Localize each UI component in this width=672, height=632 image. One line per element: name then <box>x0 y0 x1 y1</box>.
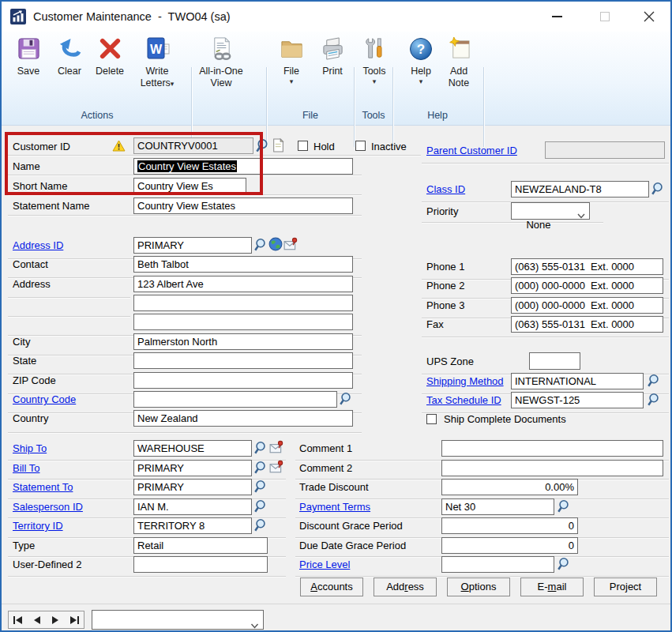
ship-to-lookup-icon[interactable] <box>253 441 268 455</box>
sort-by-dropdown[interactable]: by Customer ID <box>92 610 264 630</box>
address-line2-field[interactable] <box>133 295 353 311</box>
first-record-button[interactable] <box>11 614 25 626</box>
address-line1-field[interactable]: 123 Albert Ave <box>133 276 353 292</box>
short-name-field[interactable]: Country View Es <box>133 178 246 194</box>
dropdown-arrow-icon: ▾ <box>274 77 309 85</box>
comment1-field[interactable] <box>441 440 663 457</box>
ship-to-letter-icon[interactable] <box>269 440 283 454</box>
due-date-grace-field[interactable]: 0 <box>441 537 578 554</box>
ship-to-field[interactable]: WAREHOUSE <box>133 440 252 457</box>
customer-note-icon[interactable] <box>272 138 285 152</box>
phone3-field[interactable]: (000) 000-0000 Ext. 0000 <box>511 297 663 314</box>
add-note-button[interactable]: AddNote <box>440 36 478 89</box>
parent-customer-id-link[interactable]: Parent Customer ID <box>426 145 517 156</box>
country-code-lookup-icon[interactable] <box>339 392 353 406</box>
customer-id-lookup-icon[interactable] <box>255 138 270 153</box>
tax-schedule-id-field[interactable]: NEWGST-125 <box>511 392 644 408</box>
class-id-link[interactable]: Class ID <box>426 183 465 195</box>
salesperson-lookup-icon[interactable] <box>253 499 268 514</box>
class-id-lookup-icon[interactable] <box>651 182 665 196</box>
delete-button[interactable]: Delete <box>90 36 130 77</box>
ship-complete-documents-checkbox[interactable] <box>426 414 437 424</box>
bill-to-link[interactable]: Bill To <box>13 462 39 474</box>
zip-code-field[interactable] <box>133 372 353 389</box>
customer-id-field[interactable]: COUNTRYV0001 <box>133 137 253 154</box>
help-menu-button[interactable]: ? Help ▾ <box>404 36 438 85</box>
ups-zone-field[interactable] <box>529 352 580 370</box>
name-field[interactable]: Country View Estates <box>133 158 353 175</box>
print-button[interactable]: Print <box>313 36 351 77</box>
file-menu-button[interactable]: File ▾ <box>274 36 309 85</box>
statement-to-field[interactable]: PRIMARY <box>133 479 252 495</box>
address-line3-field[interactable] <box>133 314 353 330</box>
ribbon-group-help: Help <box>414 110 461 121</box>
map-globe-icon[interactable] <box>268 237 283 251</box>
internet-address-letter-icon[interactable] <box>283 237 298 251</box>
city-field[interactable]: Palmerston North <box>133 333 353 350</box>
tools-label: Tools <box>356 66 392 77</box>
discount-grace-field[interactable]: 0 <box>441 517 578 534</box>
payment-terms-lookup-icon[interactable] <box>557 499 571 514</box>
territory-id-field[interactable]: TERRITORY 8 <box>133 517 252 534</box>
parent-customer-id-field[interactable] <box>545 141 665 159</box>
shipping-method-field[interactable]: INTERNATIONAL <box>511 373 644 389</box>
salesperson-id-field[interactable]: IAN M. <box>133 498 252 515</box>
country-field[interactable]: New Zealand <box>133 410 353 427</box>
fax-field[interactable]: (063) 555-0131 Ext. 0000 <box>511 316 663 333</box>
bill-to-field[interactable]: PRIMARY <box>133 460 252 476</box>
tax-schedule-lookup-icon[interactable] <box>647 393 661 407</box>
zip-code-label: ZIP Code <box>13 374 56 386</box>
state-field[interactable] <box>133 352 353 369</box>
close-button[interactable] <box>636 2 663 32</box>
price-level-field[interactable] <box>441 556 554 573</box>
shipping-method-link[interactable]: Shipping Method <box>426 375 504 387</box>
hold-checkbox[interactable] <box>298 141 308 151</box>
phone2-field[interactable]: (000) 000-0000 Ext. 0000 <box>511 277 663 294</box>
phone1-field[interactable]: (063) 555-0131 Ext. 0000 <box>511 258 663 275</box>
app-chart-icon <box>10 9 26 24</box>
address-id-link[interactable]: Address ID <box>13 239 63 251</box>
statement-name-field[interactable]: Country View Estates <box>133 198 353 214</box>
project-button[interactable]: Project <box>594 577 657 596</box>
class-id-field[interactable]: NEWZEALAND-T8 <box>511 181 649 198</box>
salesperson-id-link[interactable]: Salesperson ID <box>13 501 83 513</box>
tax-schedule-id-link[interactable]: Tax Schedule ID <box>426 394 501 406</box>
comment2-field[interactable] <box>441 460 663 476</box>
trade-discount-field[interactable]: 0.00% <box>441 479 578 495</box>
inactive-checkbox[interactable] <box>355 141 366 151</box>
accounts-button[interactable]: Accounts <box>300 577 363 596</box>
payment-terms-link[interactable]: Payment Terms <box>299 501 370 513</box>
previous-record-button[interactable] <box>30 614 44 626</box>
address-id-field[interactable]: PRIMARY <box>133 237 252 254</box>
email-button[interactable]: E-mail <box>520 577 584 596</box>
bill-to-letter-icon[interactable] <box>269 460 283 474</box>
country-code-link[interactable]: Country Code <box>13 393 76 405</box>
ship-to-link[interactable]: Ship To <box>13 442 47 454</box>
price-level-lookup-icon[interactable] <box>557 557 571 571</box>
maximize-button[interactable] <box>591 2 618 32</box>
last-record-button[interactable] <box>67 614 81 626</box>
territory-id-link[interactable]: Territory ID <box>13 520 63 532</box>
type-field[interactable]: Retail <box>133 537 268 554</box>
statement-to-link[interactable]: Statement To <box>13 481 73 493</box>
statement-to-lookup-icon[interactable] <box>253 480 268 494</box>
bill-to-lookup-icon[interactable] <box>253 461 268 475</box>
save-button[interactable]: Save <box>9 36 47 77</box>
country-code-field[interactable] <box>133 391 337 408</box>
minimize-button[interactable] <box>543 2 570 32</box>
options-button[interactable]: Options <box>447 577 510 596</box>
priority-dropdown[interactable]: None <box>511 202 590 220</box>
territory-lookup-icon[interactable] <box>253 518 268 532</box>
user-defined-2-field[interactable] <box>133 556 268 573</box>
tools-menu-button[interactable]: Tools ▾ <box>356 36 392 85</box>
all-in-one-view-button[interactable]: All-in-OneView <box>188 36 254 89</box>
payment-terms-field[interactable]: Net 30 <box>441 498 554 515</box>
address-button[interactable]: Address <box>374 577 437 596</box>
address-id-lookup-icon[interactable] <box>253 238 268 252</box>
price-level-link[interactable]: Price Level <box>299 559 350 570</box>
shipping-method-lookup-icon[interactable] <box>647 374 661 388</box>
next-record-button[interactable] <box>48 614 62 626</box>
clear-button[interactable]: Clear <box>51 36 88 77</box>
write-letters-button[interactable]: W WriteLetters▾ <box>133 36 182 89</box>
contact-field[interactable]: Beth Talbot <box>133 256 353 273</box>
